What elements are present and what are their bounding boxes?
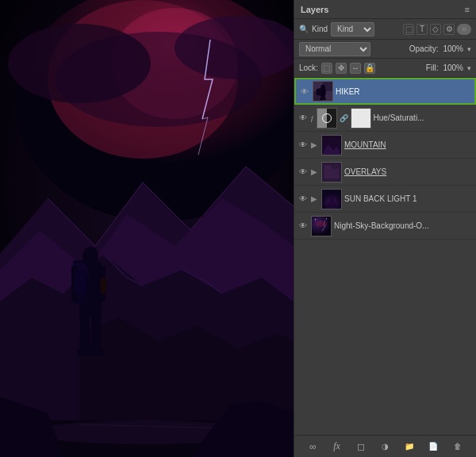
layer-overlays[interactable]: 👁 ▶ OVERLAYS [294,159,476,186]
layer-name-sun-back: SUN BACK LIGHT 1 [344,194,473,203]
panel-title: Layers [301,5,328,14]
filter-icons: ⬚ T ◇ ⚙ ○ [403,24,471,35]
fx-icon[interactable]: fx [329,439,345,455]
layers-panel: Layers ≡ 🔍 Kind Kind Name Effect ⬚ T ◇ ⚙… [294,0,476,457]
layer-thumb-overlays [321,162,342,182]
delete-layer-icon[interactable]: 🗑 [450,439,466,455]
layer-hue-sat[interactable]: 👁 f 🔗 Hue/Saturati... [294,105,476,132]
photo-area [0,0,294,457]
layer-thumb-hue-sat [317,108,337,129]
eye-icon-sun-back[interactable]: 👁 [298,194,309,205]
pixel-filter-icon[interactable]: ⬚ [403,24,414,35]
svg-rect-48 [324,168,339,179]
opacity-dropdown[interactable]: ▾ [467,45,471,53]
bottom-toolbar: ∞ fx ◻ ◑ 📁 📄 🗑 [294,435,476,457]
svg-rect-37 [324,89,326,94]
svg-rect-21 [80,316,90,351]
layer-thumb-night-sky [311,216,332,236]
svg-point-36 [321,85,325,90]
lock-transparent-icon[interactable]: ⬚ [321,63,332,74]
shape-filter-icon[interactable]: ◇ [430,24,441,35]
fill-dropdown[interactable]: ▾ [467,64,471,72]
folder-expand-mountain[interactable]: ▶ [311,140,317,149]
svg-rect-49 [324,165,332,169]
opacity-label: Opacity: [409,44,439,53]
folder-expand-sun-back[interactable]: ▶ [311,194,317,203]
main-container: Layers ≡ 🔍 Kind Kind Name Effect ⬚ T ◇ ⚙… [0,0,476,457]
adjustment-icon[interactable]: ◑ [377,439,393,455]
svg-rect-28 [101,278,106,294]
eye-icon-mountain[interactable]: 👁 [298,140,309,151]
fill-value[interactable]: 100% [443,63,463,72]
svg-point-56 [326,218,327,219]
layer-mountain[interactable]: 👁 ▶ MOUNTAIN [294,132,476,159]
svg-rect-23 [77,349,91,355]
svg-rect-27 [74,270,85,294]
opacity-value[interactable]: 100% [443,44,463,53]
svg-rect-39 [320,98,323,100]
svg-rect-38 [317,89,319,94]
kind-select[interactable]: Kind Name Effect [331,22,374,36]
chain-icon-hue[interactable]: 🔗 [340,114,348,122]
panel-header: Layers ≡ [294,0,476,19]
svg-point-6 [56,32,262,127]
eye-icon-night-sky[interactable]: 👁 [298,221,309,232]
svg-rect-24 [90,349,104,355]
layer-thumb-sun-back [321,189,342,209]
lock-image-icon[interactable]: ✥ [336,63,347,74]
new-layer-icon[interactable]: 📄 [425,439,441,455]
blend-mode-select[interactable]: Normal Multiply Screen Overlay [299,42,370,56]
layer-name-hiker: HIKER [336,87,471,96]
lock-label: Lock: [299,63,318,72]
scene-svg [0,0,294,457]
layer-hiker[interactable]: 👁 [294,78,476,105]
new-group-icon[interactable]: 📁 [401,439,417,455]
layer-name-mountain: MOUNTAIN [344,140,473,149]
search-icon: 🔍 [299,25,309,33]
kind-label: Kind [312,25,328,33]
link-icon[interactable]: ∞ [305,439,321,455]
smart-filter-icon[interactable]: ⚙ [443,24,455,35]
lock-all-icon[interactable]: 🔒 [364,63,375,74]
svg-point-54 [315,218,316,219]
svg-point-18 [83,247,98,266]
eye-icon-overlays[interactable]: 👁 [298,167,309,178]
svg-rect-44 [351,109,370,128]
layer-night-sky[interactable]: 👁 [294,213,476,240]
panel-menu-icon[interactable]: ≡ [465,5,470,14]
layer-thumb-hiker [313,81,333,102]
fx-badge-hue: f [311,114,313,122]
mask-icon[interactable]: ◻ [353,439,369,455]
layer-thumb-mountain [321,135,342,156]
fill-label: Fill: [426,63,439,72]
eye-icon-hiker[interactable]: 👁 [299,86,310,97]
svg-point-58 [316,221,328,226]
folder-expand-overlays[interactable]: ▶ [311,167,317,176]
lock-row: Lock: ⬚ ✥ ↔ 🔒 Fill: 100% ▾ [294,59,476,78]
layer-sun-back[interactable]: 👁 ▶ SUN BACK LIGHT 1 [294,186,476,213]
type-filter-icon[interactable]: T [416,24,428,35]
lock-position-icon[interactable]: ↔ [350,63,361,74]
layer-name-hue-sat: Hue/Saturati... [374,113,473,122]
filter-toggle-icon[interactable]: ○ [457,24,471,35]
svg-rect-22 [91,316,101,351]
layer-name-night-sky: Night-Sky-Background-O... [334,221,473,230]
layer-name-overlays: OVERLAYS [344,167,473,176]
eye-icon-hue-sat[interactable]: 👁 [298,113,309,124]
layer-mask-hue-sat [351,108,371,129]
svg-rect-40 [323,98,326,100]
layers-list: 👁 [294,78,476,435]
filter-row: 🔍 Kind Kind Name Effect ⬚ T ◇ ⚙ ○ [294,19,476,40]
blend-mode-row: Normal Multiply Screen Overlay Opacity: … [294,40,476,59]
